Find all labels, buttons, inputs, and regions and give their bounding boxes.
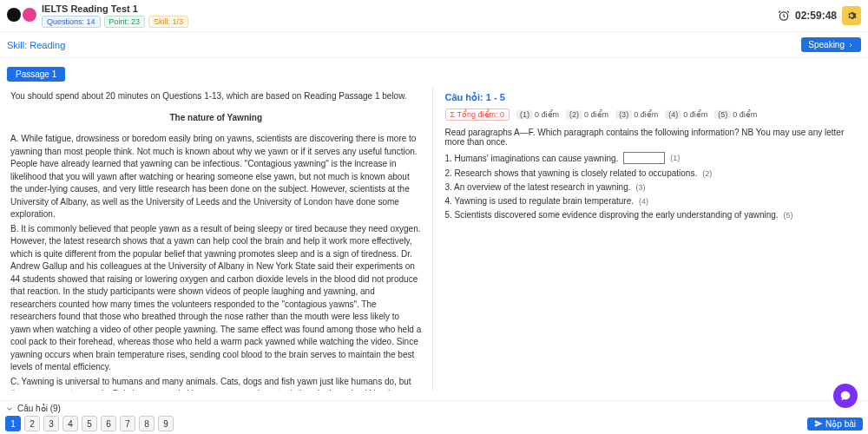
- chevron-right-icon: [847, 42, 854, 49]
- main-content: You should spend about 20 minutes on Que…: [0, 87, 868, 411]
- speaking-label: Speaking: [808, 40, 845, 49]
- question-item-2: 2. Research shows that yawning is closel…: [445, 168, 857, 178]
- bottom-bar: Câu hỏi (9) 1 2 3 4 5 6 7 8 9 Nộp bài: [0, 400, 868, 411]
- question-range-header: Câu hỏi: 1 - 5: [445, 92, 857, 103]
- question-instruction: Read paragraphs A—F. Which paragraph con…: [445, 128, 857, 147]
- question-item-3: 3. An overview of the latest research in…: [445, 182, 857, 192]
- score-5: (5)0 điểm: [714, 110, 757, 119]
- pill-questions: Questions: 14: [42, 16, 101, 28]
- questions-toggle[interactable]: Câu hỏi (9): [5, 404, 863, 411]
- test-title: IELTS Reading Test 1: [42, 3, 188, 14]
- score-1: (1)0 điểm: [516, 110, 559, 119]
- question-panel: Câu hỏi: 1 - 5 Σ Tổng điểm: 0 (1)0 điểm …: [437, 87, 865, 391]
- score-2: (2)0 điểm: [566, 110, 608, 119]
- pill-skill: Skill: 1/3: [148, 16, 188, 28]
- passage-tabs: Passage 1: [0, 58, 868, 87]
- gear-icon: [846, 10, 857, 21]
- passage-para-b: B. It is commonly believed that people y…: [10, 223, 422, 374]
- sub-header: Skill: Reading Speaking: [0, 32, 868, 58]
- alarm-icon: [778, 10, 790, 22]
- passage-para-a: A. While fatigue, drowsiness or boredom …: [10, 133, 422, 221]
- score-row: Σ Tổng điểm: 0 (1)0 điểm (2)0 điểm (3)0 …: [445, 108, 857, 121]
- topbar: IELTS Reading Test 1 Questions: 14 Point…: [0, 0, 868, 32]
- timer: 02:59:48: [795, 10, 837, 22]
- passage-para-c: C. Yawning is universal to humans and ma…: [10, 376, 422, 391]
- tab-passage-1[interactable]: Passage 1: [7, 67, 65, 82]
- passage-heading: The nature of Yawning: [10, 112, 422, 125]
- total-score: Σ Tổng điểm: 0: [445, 108, 510, 121]
- score-3: (3)0 điểm: [615, 110, 658, 119]
- vertical-divider: [432, 87, 433, 391]
- answer-input-1[interactable]: [623, 152, 665, 164]
- settings-button[interactable]: [842, 6, 861, 25]
- question-item-4: 4. Yawning is used to regulate brain tem…: [445, 196, 857, 206]
- app-logo: [7, 8, 36, 23]
- passage-instruction: You should spend about 20 minutes on Que…: [10, 90, 422, 103]
- speaking-button[interactable]: Speaking: [801, 37, 861, 52]
- chevron-down-icon: [5, 404, 14, 412]
- chat-icon: [839, 390, 852, 402]
- chat-fab[interactable]: [833, 384, 858, 408]
- title-block: IELTS Reading Test 1 Questions: 14 Point…: [42, 3, 188, 28]
- question-item-5: 5. Scientists discovered some evidence d…: [445, 210, 857, 220]
- score-4: (4)0 điểm: [665, 110, 707, 119]
- skill-label: Skill: Reading: [7, 40, 65, 50]
- passage-panel: You should spend about 20 minutes on Que…: [3, 87, 429, 391]
- question-item-1: 1. Humans' imaginations can cause yawnin…: [445, 152, 857, 164]
- pill-points: Point: 23: [104, 16, 146, 28]
